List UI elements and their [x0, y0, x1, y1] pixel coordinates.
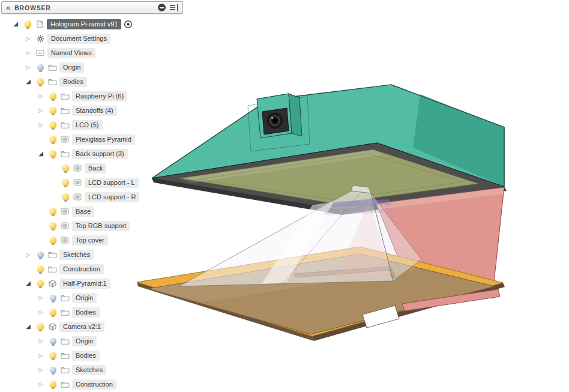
expand-arrow-icon[interactable]: ▷ — [35, 353, 47, 358]
tree-row-top-rgb-support[interactable]: Top RGB support — [0, 219, 139, 233]
tree-row-lcd[interactable]: ▷LCD (5) — [0, 118, 139, 132]
visibility-bulb-icon[interactable] — [50, 136, 56, 143]
visibility-bulb-icon[interactable] — [50, 352, 56, 359]
tree-row-origin[interactable]: ▷Origin — [0, 60, 139, 74]
tree-item-label[interactable]: LCD (5) — [72, 120, 103, 130]
tree-item-label[interactable]: Origin — [72, 336, 97, 346]
tree-row-cam-bodies[interactable]: ▷Bodies — [0, 348, 139, 363]
visibility-bulb-icon[interactable] — [50, 295, 56, 301]
circle-minus-icon[interactable] — [158, 4, 166, 11]
tree-row-camera[interactable]: ◢Camera v2:1 — [0, 319, 139, 334]
expand-arrow-icon[interactable]: ▷ — [35, 382, 47, 387]
tree-row-construction[interactable]: Construction — [0, 262, 139, 276]
visibility-bulb-icon[interactable] — [50, 381, 56, 388]
visibility-bulb-icon[interactable] — [50, 107, 56, 114]
tree-row-bodies[interactable]: ◢Bodies — [0, 74, 139, 89]
tree-item-label[interactable]: Top RGB support — [72, 221, 130, 231]
visibility-bulb-icon[interactable] — [37, 280, 44, 287]
visibility-bulb-icon[interactable] — [50, 151, 56, 157]
visibility-bulb-icon[interactable] — [50, 223, 56, 229]
tree-row-named-views[interactable]: ▷Named Views — [0, 46, 139, 60]
tree-row-plexiglass-pyramid[interactable]: Plexiglass Pyramid — [0, 132, 139, 146]
tree-item-label[interactable]: Top cover — [72, 235, 108, 246]
tree-row-cam-sketches[interactable]: ▷Sketches — [0, 363, 139, 377]
visibility-bulb-icon[interactable] — [37, 79, 44, 85]
tree-row-lcd-support-r[interactable]: LCD support - R — [0, 190, 139, 204]
tree-item-label[interactable]: LCD support - R — [85, 192, 139, 202]
visibility-bulb-icon[interactable] — [50, 338, 56, 345]
visibility-bulb-icon[interactable] — [62, 179, 69, 186]
visibility-bulb-icon[interactable] — [50, 367, 56, 373]
visibility-bulb-icon[interactable] — [50, 237, 56, 244]
tree-item-label[interactable]: Raspberry Pi (6) — [72, 91, 127, 101]
tree-item-label[interactable]: Plexiglass Pyramid — [72, 134, 135, 145]
tree-item-label[interactable]: Bodies — [59, 77, 87, 87]
tree-item-label[interactable]: Bodies — [72, 351, 100, 361]
expand-arrow-icon[interactable]: ▷ — [22, 50, 34, 56]
expand-arrow-icon[interactable]: ▷ — [35, 310, 47, 315]
tree-item-label[interactable]: Construction — [59, 264, 104, 274]
tree-row-base[interactable]: Base — [0, 204, 139, 219]
active-component-radio-icon[interactable] — [124, 20, 133, 29]
expand-arrow-icon[interactable]: ◢ — [22, 79, 34, 85]
tree-item-label[interactable]: Named Views — [47, 48, 95, 58]
tree-row-cam-construction[interactable]: ▷Construction — [0, 377, 139, 391]
tree-item-label[interactable]: Origin — [72, 293, 97, 303]
tree-item-label[interactable]: Hologram Pi-ramid v91 — [47, 19, 121, 29]
visibility-bulb-icon[interactable] — [62, 165, 69, 172]
tree-item-label[interactable]: Origin — [59, 62, 84, 73]
tree-item-label[interactable]: Standoffs (4) — [72, 106, 117, 116]
expand-arrow-icon[interactable]: ▷ — [35, 108, 47, 113]
expand-arrow-icon[interactable]: ◢ — [22, 280, 34, 286]
tree-row-back-support[interactable]: ◢Back support (3) — [0, 146, 139, 161]
visibility-bulb-icon[interactable] — [25, 21, 31, 28]
expand-arrow-icon[interactable]: ▷ — [35, 122, 47, 128]
expand-arrow-icon[interactable]: ▷ — [22, 252, 34, 258]
model-body-camera[interactable] — [257, 94, 302, 138]
tree-item-label[interactable]: Back — [85, 163, 106, 173]
expand-arrow-icon[interactable]: ▷ — [35, 367, 47, 373]
expand-arrow-icon[interactable]: ◢ — [35, 151, 47, 157]
expand-arrow-icon[interactable]: ◢ — [22, 324, 34, 330]
tree-item-label[interactable]: LCD support - L — [85, 178, 139, 188]
expand-arrow-icon[interactable]: ▷ — [35, 295, 47, 301]
tree-item-label[interactable]: Construction — [72, 379, 116, 390]
tree-item-label[interactable]: Sketches — [59, 250, 94, 260]
tree-item-label[interactable]: Camera v2:1 — [59, 322, 104, 332]
visibility-bulb-icon[interactable] — [62, 194, 69, 201]
visibility-bulb-icon[interactable] — [50, 93, 56, 100]
tree-row-root[interactable]: ◢Hologram Pi-ramid v91 — [0, 17, 139, 31]
tree-row-raspberry-pi[interactable]: ▷Raspberry Pi (6) — [0, 89, 139, 103]
tree-row-lcd-support-l[interactable]: LCD support - L — [0, 175, 139, 190]
visibility-bulb-icon[interactable] — [50, 309, 56, 316]
tree-item-label[interactable]: Document Settings — [47, 34, 110, 44]
tree-item-label[interactable]: Base — [72, 207, 94, 217]
panel-menu-icon[interactable] — [170, 4, 178, 11]
tree-item-label[interactable]: Bodies — [72, 307, 100, 318]
tree-row-sketches[interactable]: ▷Sketches — [0, 247, 139, 262]
visibility-bulb-icon[interactable] — [37, 266, 44, 273]
tree-row-cam-origin[interactable]: ▷Origin — [0, 334, 139, 348]
tree-row-back[interactable]: Back — [0, 161, 139, 175]
tree-item-label[interactable]: Back support (3) — [72, 149, 128, 159]
expand-arrow-icon[interactable]: ▷ — [22, 65, 34, 70]
tree-item-label[interactable]: Sketches — [72, 365, 106, 375]
tree-row-hp-bodies[interactable]: ▷Bodies — [0, 305, 139, 319]
expand-arrow-icon[interactable]: ▷ — [35, 94, 47, 99]
tree-row-document-settings[interactable]: ▷Document Settings — [0, 31, 139, 46]
folder-icon — [59, 309, 71, 316]
visibility-bulb-icon[interactable] — [37, 324, 44, 330]
expand-arrow-icon[interactable]: ▷ — [35, 339, 47, 344]
tree-row-standoffs[interactable]: ▷Standoffs (4) — [0, 103, 139, 118]
visibility-bulb-icon[interactable] — [37, 64, 44, 71]
collapse-panel-icon[interactable]: « — [6, 4, 10, 11]
tree-row-half-pyramid[interactable]: ◢Half-Pyramid:1 — [0, 276, 139, 291]
visibility-bulb-icon[interactable] — [50, 208, 56, 215]
tree-row-hp-origin[interactable]: ▷Origin — [0, 291, 139, 305]
visibility-bulb-icon[interactable] — [50, 122, 56, 128]
tree-row-top-cover[interactable]: Top cover — [0, 233, 139, 247]
expand-arrow-icon[interactable]: ▷ — [22, 36, 34, 41]
visibility-bulb-icon[interactable] — [37, 252, 44, 258]
tree-item-label[interactable]: Half-Pyramid:1 — [59, 279, 110, 289]
expand-arrow-icon[interactable]: ◢ — [10, 21, 22, 27]
